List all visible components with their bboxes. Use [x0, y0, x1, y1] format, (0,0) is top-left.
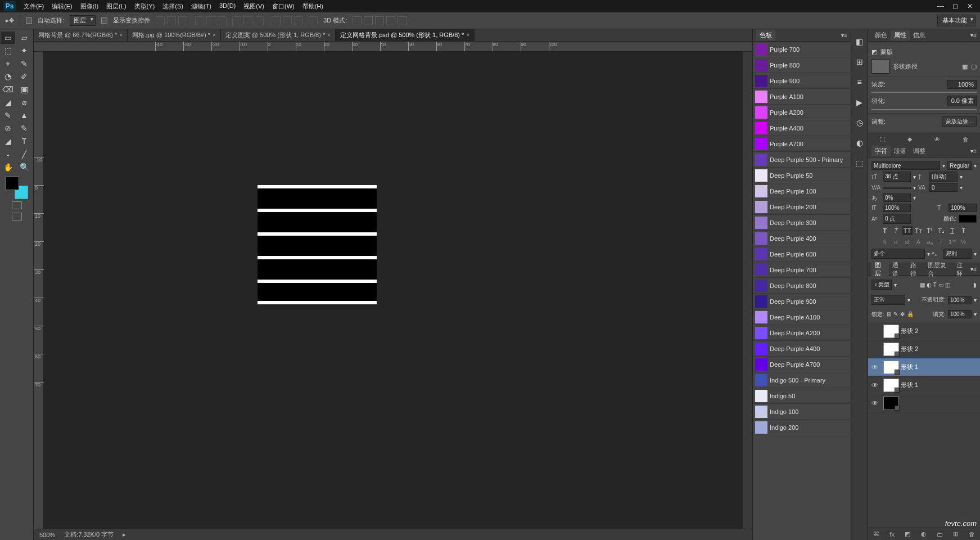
- visibility-toggle[interactable]: 👁: [868, 399, 882, 407]
- swatch-item[interactable]: Deep Purple 800: [753, 278, 851, 294]
- orbit-icon[interactable]: [353, 16, 362, 25]
- info-icon[interactable]: ≡: [854, 76, 865, 88]
- canvas[interactable]: [44, 52, 752, 540]
- visibility-toggle[interactable]: 👁: [868, 381, 882, 389]
- tool-button[interactable]: ✋: [1, 161, 15, 173]
- swatch-item[interactable]: Deep Purple 900: [753, 294, 851, 309]
- ruler-horizontal[interactable]: -40-30-20-100102030405060708090100: [34, 42, 752, 52]
- align-icon[interactable]: [218, 16, 227, 25]
- lock-pixels-icon[interactable]: ⊞: [887, 311, 891, 317]
- layers-list[interactable]: 形状 2形状 2👁形状 1👁形状 1👁: [868, 322, 980, 528]
- swatch-item[interactable]: Purple 700: [753, 42, 851, 57]
- oldstyle-icon[interactable]: σ: [891, 237, 901, 246]
- close-tab-icon[interactable]: ×: [119, 32, 123, 38]
- vector-mask-icon[interactable]: ▢: [971, 63, 977, 70]
- play-icon[interactable]: ▶: [854, 97, 865, 108]
- align-icon[interactable]: [167, 16, 176, 25]
- screen-mode[interactable]: [12, 213, 22, 220]
- tool-button[interactable]: ✦: [17, 44, 31, 57]
- new-layer-icon[interactable]: ⊞: [953, 530, 958, 538]
- layer-thumbnail[interactable]: [883, 325, 899, 338]
- language[interactable]: 多个: [871, 249, 925, 259]
- show-controls-checkbox[interactable]: [101, 17, 107, 24]
- swatch-item[interactable]: Indigo 200: [753, 420, 851, 435]
- tool-button[interactable]: T: [17, 135, 31, 147]
- doc-size[interactable]: 文档:7.32K/0 字节: [64, 530, 114, 539]
- tool-button[interactable]: ✎: [17, 122, 31, 134]
- layer-thumbnail[interactable]: [883, 361, 899, 374]
- menu-item[interactable]: 类型(Y): [131, 1, 159, 12]
- dropdown-icon[interactable]: ▾: [942, 163, 945, 169]
- distribute-icon[interactable]: [272, 16, 281, 25]
- swatch-item[interactable]: Deep Purple 100: [753, 183, 851, 199]
- swatch-item[interactable]: Deep Purple 300: [753, 215, 851, 231]
- delete-mask-icon[interactable]: 🗑: [963, 136, 969, 143]
- swatch-item[interactable]: Indigo 500 - Primary: [753, 372, 851, 388]
- layer-name[interactable]: 形状 2: [901, 327, 978, 335]
- ruler-vertical[interactable]: -10010203040506070: [34, 52, 44, 540]
- layer-name[interactable]: 形状 1: [901, 381, 978, 389]
- dropdown-icon[interactable]: ▾: [974, 251, 977, 257]
- swatch-item[interactable]: Purple A400: [753, 120, 851, 136]
- ligatures-icon[interactable]: fi: [880, 237, 890, 246]
- tool-button[interactable]: 🔍: [17, 161, 31, 173]
- dropdown-icon[interactable]: ▾: [913, 174, 916, 180]
- foreground-color[interactable]: [6, 177, 19, 190]
- new-adjustment-icon[interactable]: ◐: [921, 530, 927, 538]
- swatch-item[interactable]: Deep Purple A700: [753, 357, 851, 372]
- disable-mask-icon[interactable]: 👁: [934, 136, 940, 143]
- swatch-item[interactable]: Purple A200: [753, 105, 851, 120]
- tool-button[interactable]: ◢: [1, 135, 15, 147]
- menu-item[interactable]: 滤镜(T): [188, 1, 215, 12]
- dropdown-icon[interactable]: ▾: [974, 297, 977, 303]
- menu-item[interactable]: 选择(S): [159, 1, 187, 12]
- ordinals-icon[interactable]: aₐ: [925, 237, 935, 246]
- feather-slider[interactable]: [871, 109, 977, 110]
- swatch-item[interactable]: Deep Purple 400: [753, 231, 851, 246]
- filter-adjust-icon[interactable]: ◐: [927, 282, 932, 288]
- distribute-icon[interactable]: [283, 16, 292, 25]
- align-icon[interactable]: [206, 16, 215, 25]
- load-selection-icon[interactable]: ⬚: [879, 136, 885, 143]
- tool-button[interactable]: ╱: [17, 148, 31, 160]
- bold-button[interactable]: T: [880, 226, 890, 235]
- tool-button[interactable]: ▣: [17, 83, 31, 96]
- lock-position2-icon[interactable]: ✥: [900, 311, 905, 317]
- distribute-icon[interactable]: [232, 16, 241, 25]
- italic-button[interactable]: T: [891, 226, 901, 235]
- swatch-item[interactable]: Deep Purple 700: [753, 262, 851, 278]
- info-tab[interactable]: 信息: [910, 30, 929, 40]
- adjustments-icon[interactable]: ◐: [854, 137, 865, 148]
- character-tab[interactable]: 字符: [871, 146, 891, 156]
- paragraph-tab[interactable]: 段落: [891, 146, 910, 156]
- swatch-item[interactable]: Deep Purple 600: [753, 246, 851, 262]
- status-flyout-icon[interactable]: ▸: [123, 531, 126, 538]
- panel-menu-icon[interactable]: ▾≡: [970, 32, 977, 38]
- tool-button[interactable]: ⌫: [1, 83, 15, 96]
- swatch-item[interactable]: Indigo 50: [753, 388, 851, 404]
- swatch-item[interactable]: Purple A700: [753, 136, 851, 152]
- filter-pixel-icon[interactable]: ▦: [920, 282, 925, 288]
- layer-row[interactable]: 形状 2: [868, 340, 980, 358]
- text-color-chip[interactable]: [959, 215, 977, 223]
- scrollbar-vertical[interactable]: [743, 52, 752, 531]
- menu-item[interactable]: 编辑(E): [48, 1, 76, 12]
- layer-fx-icon[interactable]: fx: [890, 531, 895, 538]
- tool-button[interactable]: ⊘: [1, 122, 15, 134]
- workspace-switcher[interactable]: 基本功能: [937, 15, 976, 26]
- menu-item[interactable]: 图层(L): [103, 1, 129, 12]
- properties-tab[interactable]: 属性: [891, 30, 910, 40]
- artboard[interactable]: [258, 185, 377, 304]
- visibility-toggle[interactable]: 👁: [868, 363, 882, 371]
- tool-button[interactable]: ⬚: [1, 44, 15, 57]
- navigator-icon[interactable]: ◧: [854, 36, 865, 47]
- layer-filter-kind[interactable]: ♀类型: [871, 280, 892, 290]
- dropdown-icon[interactable]: ▾: [894, 282, 897, 288]
- layer-opacity[interactable]: 100%: [948, 296, 972, 304]
- swatch-item[interactable]: Deep Purple A200: [753, 325, 851, 341]
- document-tab[interactable]: 网格背景 @ 66.7%(RGB/8) *×: [34, 29, 128, 41]
- font-size[interactable]: 36 点: [883, 172, 911, 182]
- font-family[interactable]: Multicolore: [871, 161, 940, 170]
- dropdown-icon[interactable]: ▾: [960, 174, 963, 180]
- menu-item[interactable]: 帮助(H): [299, 1, 327, 12]
